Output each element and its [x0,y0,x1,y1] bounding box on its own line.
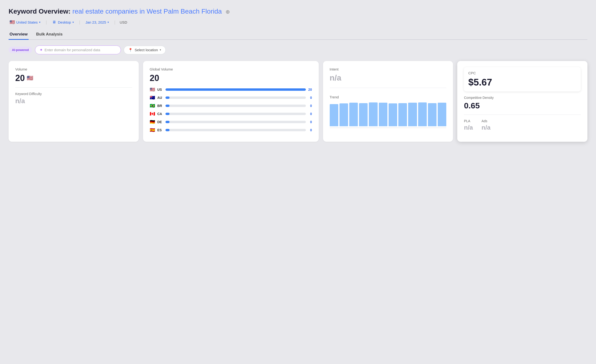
trend-label: Trend [330,95,447,99]
kd-label: Keyword Difficulty [15,92,132,96]
sparkle-icon: ✦ [40,48,43,52]
trend-bar [330,104,338,126]
location-select-label: Select location [135,48,158,52]
intent-label: Intent [330,67,447,71]
trend-bar [389,103,397,126]
ads-section: Ads n/a [482,119,491,131]
trend-bar [428,103,437,126]
bar-container [165,113,306,115]
date-label: Jan 23, 2025 [85,20,106,24]
ads-value: n/a [482,124,491,131]
cpc-card: CPC $5.67 Competitive Density 0.65 PLA n… [457,61,588,142]
ai-row: AI-powered ✦ Enter domain for personaliz… [8,45,588,54]
country-val: 0 [308,128,312,132]
location-label: United States [16,20,38,24]
location-chevron: ▾ [39,21,41,24]
comp-density-value: 0.65 [464,101,581,110]
country-flag: 🇺🇸 [150,87,156,92]
volume-label: Volume [15,67,132,71]
bar-fill [165,88,306,91]
country-flag: 🇧🇷 [150,103,156,108]
location-flag: 🇺🇸 [9,20,15,25]
country-flag: 🇪🇸 [150,127,156,133]
country-code: ES [157,128,164,132]
intent-value: n/a [330,73,447,82]
pla-section: PLA n/a [464,119,473,131]
country-code: CA [157,112,164,116]
country-code: BR [157,104,164,108]
currency-label: USD [120,20,127,24]
device-label: Desktop [58,20,71,24]
add-icon[interactable]: ⊕ [225,9,230,15]
bottom-row: PLA n/a Ads n/a [464,119,581,131]
tab-overview[interactable]: Overview [8,30,29,40]
country-val: 0 [308,120,312,124]
trend-bar [359,103,368,126]
cards-grid: Volume 20 🇺🇸 Keyword Difficulty n/a Glob… [8,61,588,142]
domain-input-wrapper[interactable]: ✦ Enter domain for personalized data [35,45,121,54]
pin-icon: 📍 [128,48,133,52]
bar-container [165,96,306,99]
tab-bulk-analysis[interactable]: Bulk Analysis [35,30,64,40]
tabs-row: Overview Bulk Analysis [8,30,588,40]
pla-label: PLA [464,119,473,123]
title-prefix: Keyword Overview: [8,8,71,15]
trend-bar [349,103,358,126]
bar-fill [165,105,170,107]
country-rows: 🇺🇸US20🇦🇺AU0🇧🇷BR0🇨🇦CA0🇩🇪DE0🇪🇸ES0 [150,87,312,133]
kd-value: n/a [15,97,132,105]
pla-value: n/a [464,124,473,131]
bar-fill [165,121,170,123]
country-row: 🇺🇸US20 [150,87,312,92]
country-val: 0 [308,96,312,100]
trend-bar [408,103,417,126]
bar-fill [165,113,170,115]
country-row: 🇨🇦CA0 [150,111,312,116]
date-filter[interactable]: Jan 23, 2025 ▾ [84,20,110,25]
trend-bar [379,103,387,126]
cpc-label: CPC [468,71,576,75]
trend-bar [398,103,407,126]
trend-bar [369,102,377,126]
global-vol-label: Global Volume [150,67,312,71]
country-code: DE [157,120,164,124]
trend-baseline [330,128,447,128]
date-chevron: ▾ [108,21,109,24]
title-keyword: real estate companies in West Palm Beach… [73,8,222,15]
desktop-icon: 🖥 [52,20,56,24]
ai-badge: AI-powered [8,47,32,53]
volume-value: 20 🇺🇸 [15,73,132,83]
location-filter[interactable]: 🇺🇸 United States ▾ [8,19,41,25]
country-val: 0 [308,104,312,108]
volume-card: Volume 20 🇺🇸 Keyword Difficulty n/a [8,61,139,142]
bar-container [165,129,306,131]
country-code: AU [157,96,164,100]
trend-bars [330,102,447,126]
intent-section: Intent n/a [330,67,447,84]
device-chevron: ▾ [73,21,74,24]
country-flag: 🇩🇪 [150,119,156,124]
us-flag: 🇺🇸 [27,75,33,81]
country-row: 🇧🇷BR0 [150,103,312,108]
bar-container [165,105,306,107]
country-code: US [157,88,164,91]
bar-container [165,121,306,123]
device-filter[interactable]: 🖥 Desktop ▾ [51,20,75,25]
intent-trend-card: Intent n/a Trend [323,61,453,142]
country-row: 🇪🇸ES0 [150,127,312,133]
global-vol-value: 20 [150,73,312,83]
comp-density-label: Competitive Density [464,96,581,100]
country-flag: 🇨🇦 [150,111,156,116]
country-row: 🇦🇺AU0 [150,95,312,100]
domain-input-placeholder: Enter domain for personalized data [45,48,100,52]
trend-section: Trend [330,95,447,128]
trend-bar [418,102,427,126]
country-val: 20 [308,88,312,91]
location-select-btn[interactable]: 📍 Select location ▾ [124,46,166,54]
bar-container [165,88,306,91]
bar-fill [165,96,170,99]
cpc-value: $5.67 [468,77,576,88]
filters-row: 🇺🇸 United States ▾ | 🖥 Desktop ▾ | Jan 2… [8,19,588,25]
country-flag: 🇦🇺 [150,95,156,100]
location-select-chevron: ▾ [160,48,161,51]
